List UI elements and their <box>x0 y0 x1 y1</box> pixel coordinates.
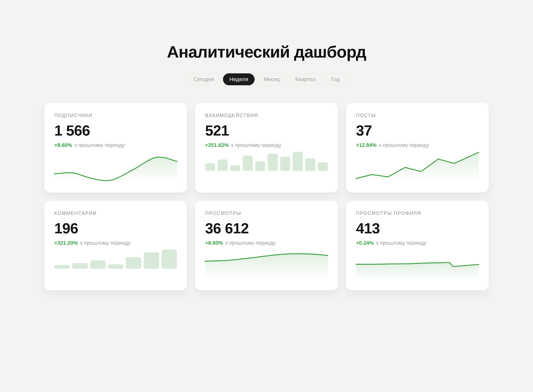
bar <box>293 152 303 171</box>
dashboard-header: Аналитический дашборд Сегодня Неделя Мес… <box>0 0 533 85</box>
card-value: 196 <box>54 221 177 236</box>
sparkline-subscribers <box>54 148 177 182</box>
change-percent: +321.20% <box>54 240 78 246</box>
card-change: +8.60% к прошлому периоду <box>54 142 177 148</box>
card-value: 521 <box>205 123 328 138</box>
bar <box>230 165 240 171</box>
card-change: +0.24% к прошлому периоду <box>356 240 479 246</box>
card-title: ПОСТЫ <box>356 113 479 118</box>
card-title: ПРОСМОТРЫ <box>205 210 328 216</box>
bar <box>255 161 265 171</box>
bar <box>318 162 328 171</box>
change-suffix: к прошлому периоду <box>225 240 276 246</box>
stat-card-views: ПРОСМОТРЫ 36 612 +8.60% к прошлому перио… <box>195 201 338 290</box>
stat-card-interactions: ВЗАИМОДЕЙСТВИЯ 521 +251.62% к прошлому п… <box>195 103 338 192</box>
bar <box>54 265 70 269</box>
bar <box>280 157 290 171</box>
sparkline-views <box>205 246 328 280</box>
sparkline-posts <box>356 148 479 182</box>
card-value: 36 612 <box>205 221 328 236</box>
stat-card-posts: ПОСТЫ 37 +12.84% к прошлому периоду <box>346 103 489 192</box>
sparkline-profile-views <box>356 246 479 280</box>
card-change: +321.20% к прошлому периоду <box>54 240 177 246</box>
card-change: +251.62% к прошлому периоду <box>205 142 328 148</box>
page-title: Аналитический дашборд <box>0 43 533 61</box>
card-change: +8.60% к прошлому периоду <box>205 240 328 246</box>
card-title: ПОДПИСЧИКИ <box>54 113 177 118</box>
card-value: 37 <box>356 123 479 138</box>
bar <box>90 260 106 269</box>
bar <box>162 250 177 269</box>
change-percent: +251.62% <box>205 142 229 148</box>
change-suffix: к прошлому периоду <box>231 142 281 148</box>
bar <box>205 163 215 171</box>
change-percent: +0.24% <box>356 240 374 246</box>
card-value: 1 566 <box>54 123 177 138</box>
filter-pill-quarter[interactable]: Квартал <box>289 73 322 85</box>
stats-grid: ПОДПИСЧИКИ 1 566 +8.60% к прошлому перио… <box>44 103 489 290</box>
change-percent: +8.60% <box>205 240 223 246</box>
bar <box>144 252 159 269</box>
change-suffix: к прошлому периоду <box>80 240 130 246</box>
stat-card-profile-views: ПРОСМОТРЫ ПРОФИЛЯ 413 +0.24% к прошлому … <box>346 201 489 290</box>
change-percent: +12.84% <box>356 142 377 148</box>
card-title: КОММЕНТАРИИ <box>54 210 177 216</box>
period-filter-group: Сегодня Неделя Месяц Квартал Год <box>0 73 533 85</box>
bar <box>268 154 278 171</box>
stat-card-subscribers: ПОДПИСЧИКИ 1 566 +8.60% к прошлому перио… <box>44 103 187 192</box>
change-suffix: к прошлому периоду <box>376 240 426 246</box>
bar <box>72 263 88 269</box>
barchart-comments <box>54 250 177 269</box>
change-suffix: к прошлому периоду <box>379 142 429 148</box>
barchart-interactions <box>205 152 328 171</box>
stat-card-comments: КОММЕНТАРИИ 196 +321.20% к прошлому пери… <box>44 201 187 290</box>
filter-pill-month[interactable]: Месяц <box>257 73 286 85</box>
bar <box>243 156 253 171</box>
bar <box>218 159 228 171</box>
card-title: ПРОСМОТРЫ ПРОФИЛЯ <box>356 210 479 216</box>
filter-pill-year[interactable]: Год <box>325 73 346 85</box>
card-title: ВЗАИМОДЕЙСТВИЯ <box>205 113 328 118</box>
bar <box>126 257 141 269</box>
bar <box>305 159 315 171</box>
change-percent: +8.60% <box>54 142 72 148</box>
card-value: 413 <box>356 221 479 236</box>
filter-pill-today[interactable]: Сегодня <box>187 73 220 85</box>
filter-pill-week[interactable]: Неделя <box>223 73 255 85</box>
bar <box>108 264 123 269</box>
card-change: +12.84% к прошлому периоду <box>356 142 479 148</box>
change-suffix: к прошлому периоду <box>75 142 125 148</box>
